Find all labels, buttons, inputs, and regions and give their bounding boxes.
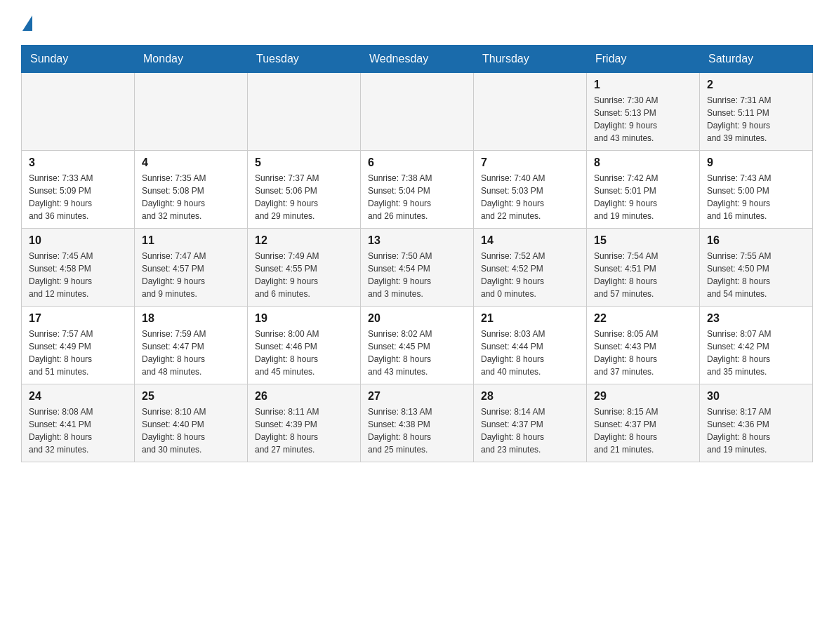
day-number: 14	[481, 234, 579, 247]
calendar-day-cell: 29Sunrise: 8:15 AM Sunset: 4:37 PM Dayli…	[587, 384, 700, 462]
day-info: Sunrise: 8:08 AM Sunset: 4:41 PM Dayligh…	[29, 405, 127, 456]
calendar-day-header: Wednesday	[361, 46, 474, 73]
calendar-day-cell: 21Sunrise: 8:03 AM Sunset: 4:44 PM Dayli…	[474, 307, 587, 384]
day-number: 15	[594, 234, 692, 247]
day-number: 24	[29, 390, 127, 403]
calendar-day-cell: 6Sunrise: 7:38 AM Sunset: 5:04 PM Daylig…	[361, 151, 474, 229]
calendar-day-header: Sunday	[22, 46, 135, 73]
day-info: Sunrise: 8:07 AM Sunset: 4:42 PM Dayligh…	[707, 328, 805, 378]
calendar-day-cell: 14Sunrise: 7:52 AM Sunset: 4:52 PM Dayli…	[474, 229, 587, 307]
calendar-day-cell: 26Sunrise: 8:11 AM Sunset: 4:39 PM Dayli…	[248, 384, 361, 462]
calendar-day-cell: 4Sunrise: 7:35 AM Sunset: 5:08 PM Daylig…	[135, 151, 248, 229]
calendar-day-cell: 22Sunrise: 8:05 AM Sunset: 4:43 PM Dayli…	[587, 307, 700, 384]
calendar-day-cell: 2Sunrise: 7:31 AM Sunset: 5:11 PM Daylig…	[700, 73, 813, 151]
day-number: 5	[255, 156, 353, 169]
calendar-day-cell	[22, 73, 135, 151]
day-info: Sunrise: 7:54 AM Sunset: 4:51 PM Dayligh…	[594, 250, 692, 300]
day-number: 6	[368, 156, 466, 169]
calendar-day-cell: 28Sunrise: 8:14 AM Sunset: 4:37 PM Dayli…	[474, 384, 587, 462]
day-number: 21	[481, 312, 579, 325]
day-info: Sunrise: 7:50 AM Sunset: 4:54 PM Dayligh…	[368, 250, 466, 300]
calendar-day-cell: 23Sunrise: 8:07 AM Sunset: 4:42 PM Dayli…	[700, 307, 813, 384]
day-info: Sunrise: 8:15 AM Sunset: 4:37 PM Dayligh…	[594, 405, 692, 456]
day-info: Sunrise: 7:38 AM Sunset: 5:04 PM Dayligh…	[368, 172, 466, 222]
calendar-day-header: Thursday	[474, 46, 587, 73]
day-number: 8	[594, 156, 692, 169]
day-number: 16	[707, 234, 805, 247]
calendar-day-cell: 1Sunrise: 7:30 AM Sunset: 5:13 PM Daylig…	[587, 73, 700, 151]
day-number: 3	[29, 156, 127, 169]
day-number: 10	[29, 234, 127, 247]
calendar-day-cell	[474, 73, 587, 151]
day-info: Sunrise: 8:00 AM Sunset: 4:46 PM Dayligh…	[255, 328, 353, 378]
day-info: Sunrise: 8:02 AM Sunset: 4:45 PM Dayligh…	[368, 328, 466, 378]
calendar-day-cell: 16Sunrise: 7:55 AM Sunset: 4:50 PM Dayli…	[700, 229, 813, 307]
calendar-day-cell: 7Sunrise: 7:40 AM Sunset: 5:03 PM Daylig…	[474, 151, 587, 229]
day-info: Sunrise: 7:37 AM Sunset: 5:06 PM Dayligh…	[255, 172, 353, 222]
day-number: 23	[707, 312, 805, 325]
day-number: 1	[594, 79, 692, 91]
calendar-day-cell: 24Sunrise: 8:08 AM Sunset: 4:41 PM Dayli…	[22, 384, 135, 462]
calendar-day-cell: 15Sunrise: 7:54 AM Sunset: 4:51 PM Dayli…	[587, 229, 700, 307]
day-number: 29	[594, 390, 692, 403]
day-info: Sunrise: 8:05 AM Sunset: 4:43 PM Dayligh…	[594, 328, 692, 378]
calendar-day-cell: 30Sunrise: 8:17 AM Sunset: 4:36 PM Dayli…	[700, 384, 813, 462]
day-info: Sunrise: 7:30 AM Sunset: 5:13 PM Dayligh…	[594, 94, 692, 145]
day-number: 22	[594, 312, 692, 325]
day-number: 7	[481, 156, 579, 169]
day-info: Sunrise: 7:45 AM Sunset: 4:58 PM Dayligh…	[29, 250, 127, 300]
day-info: Sunrise: 7:40 AM Sunset: 5:03 PM Dayligh…	[481, 172, 579, 222]
day-info: Sunrise: 7:42 AM Sunset: 5:01 PM Dayligh…	[594, 172, 692, 222]
day-info: Sunrise: 7:52 AM Sunset: 4:52 PM Dayligh…	[481, 250, 579, 300]
day-number: 20	[368, 312, 466, 325]
day-info: Sunrise: 7:35 AM Sunset: 5:08 PM Dayligh…	[142, 172, 240, 222]
day-info: Sunrise: 7:57 AM Sunset: 4:49 PM Dayligh…	[29, 328, 127, 378]
day-number: 19	[255, 312, 353, 325]
calendar-day-cell: 18Sunrise: 7:59 AM Sunset: 4:47 PM Dayli…	[135, 307, 248, 384]
day-number: 28	[481, 390, 579, 403]
calendar-week-row: 24Sunrise: 8:08 AM Sunset: 4:41 PM Dayli…	[22, 384, 813, 462]
day-number: 12	[255, 234, 353, 247]
day-info: Sunrise: 7:49 AM Sunset: 4:55 PM Dayligh…	[255, 250, 353, 300]
calendar-day-cell: 11Sunrise: 7:47 AM Sunset: 4:57 PM Dayli…	[135, 229, 248, 307]
calendar-day-cell: 13Sunrise: 7:50 AM Sunset: 4:54 PM Dayli…	[361, 229, 474, 307]
calendar-day-cell	[361, 73, 474, 151]
calendar-day-cell	[248, 73, 361, 151]
day-number: 18	[142, 312, 240, 325]
calendar-week-row: 1Sunrise: 7:30 AM Sunset: 5:13 PM Daylig…	[22, 73, 813, 151]
day-number: 17	[29, 312, 127, 325]
calendar-day-cell: 10Sunrise: 7:45 AM Sunset: 4:58 PM Dayli…	[22, 229, 135, 307]
day-info: Sunrise: 7:59 AM Sunset: 4:47 PM Dayligh…	[142, 328, 240, 378]
calendar-week-row: 10Sunrise: 7:45 AM Sunset: 4:58 PM Dayli…	[22, 229, 813, 307]
day-number: 2	[707, 79, 805, 91]
calendar-header-row: SundayMondayTuesdayWednesdayThursdayFrid…	[22, 46, 813, 73]
day-info: Sunrise: 8:11 AM Sunset: 4:39 PM Dayligh…	[255, 405, 353, 456]
logo-triangle-icon	[22, 15, 32, 31]
calendar-week-row: 17Sunrise: 7:57 AM Sunset: 4:49 PM Dayli…	[22, 307, 813, 384]
calendar-day-cell: 5Sunrise: 7:37 AM Sunset: 5:06 PM Daylig…	[248, 151, 361, 229]
page-header	[21, 14, 813, 31]
day-number: 9	[707, 156, 805, 169]
calendar-week-row: 3Sunrise: 7:33 AM Sunset: 5:09 PM Daylig…	[22, 151, 813, 229]
calendar-table: SundayMondayTuesdayWednesdayThursdayFrid…	[21, 45, 813, 462]
day-info: Sunrise: 8:10 AM Sunset: 4:40 PM Dayligh…	[142, 405, 240, 456]
calendar-day-header: Tuesday	[248, 46, 361, 73]
calendar-day-header: Friday	[587, 46, 700, 73]
calendar-day-cell: 17Sunrise: 7:57 AM Sunset: 4:49 PM Dayli…	[22, 307, 135, 384]
day-number: 4	[142, 156, 240, 169]
calendar-day-cell: 8Sunrise: 7:42 AM Sunset: 5:01 PM Daylig…	[587, 151, 700, 229]
calendar-day-cell: 25Sunrise: 8:10 AM Sunset: 4:40 PM Dayli…	[135, 384, 248, 462]
calendar-day-cell: 20Sunrise: 8:02 AM Sunset: 4:45 PM Dayli…	[361, 307, 474, 384]
calendar-day-header: Saturday	[700, 46, 813, 73]
calendar-day-header: Monday	[135, 46, 248, 73]
day-info: Sunrise: 8:14 AM Sunset: 4:37 PM Dayligh…	[481, 405, 579, 456]
day-number: 27	[368, 390, 466, 403]
day-number: 11	[142, 234, 240, 247]
calendar-day-cell: 3Sunrise: 7:33 AM Sunset: 5:09 PM Daylig…	[22, 151, 135, 229]
day-info: Sunrise: 7:33 AM Sunset: 5:09 PM Dayligh…	[29, 172, 127, 222]
day-number: 13	[368, 234, 466, 247]
day-info: Sunrise: 8:03 AM Sunset: 4:44 PM Dayligh…	[481, 328, 579, 378]
day-info: Sunrise: 7:31 AM Sunset: 5:11 PM Dayligh…	[707, 94, 805, 145]
day-number: 30	[707, 390, 805, 403]
day-info: Sunrise: 8:13 AM Sunset: 4:38 PM Dayligh…	[368, 405, 466, 456]
